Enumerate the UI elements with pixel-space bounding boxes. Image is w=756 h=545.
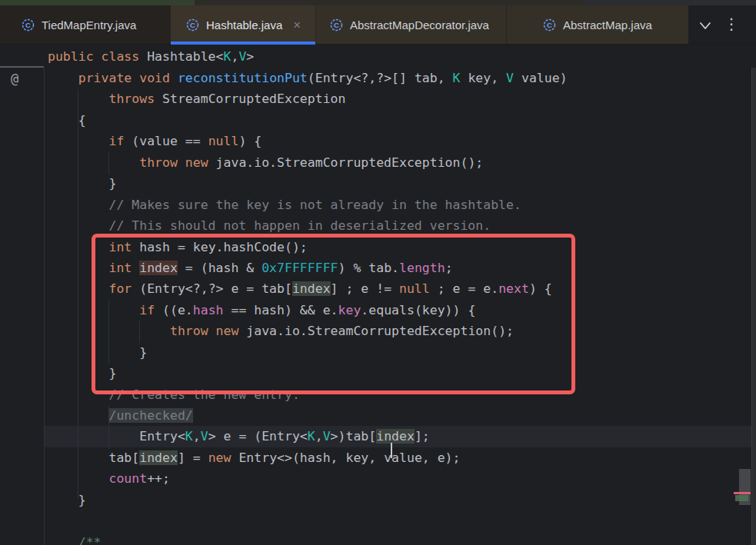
class-icon: C (186, 18, 199, 32)
annotation-red-box (92, 234, 575, 394)
code-token: Entry<>(hash, key, value, e); (231, 450, 460, 465)
indent-guide (108, 406, 109, 449)
code-token: } (78, 493, 86, 507)
tab-hashtable-java[interactable]: CHashtable.java× (171, 5, 315, 44)
code-token: reconstitutionPut (178, 71, 308, 85)
tab-abstractmap-java[interactable]: CAbstractMap.java (506, 5, 688, 44)
tab-options-kebab-icon[interactable]: ⋮ (724, 15, 739, 33)
code-token: // Makes sure the key is not already in … (108, 198, 521, 212)
code-token: (value == (124, 134, 208, 148)
code-token: java.io.StreamCorruptedException(); (208, 155, 484, 170)
code-token (170, 71, 178, 85)
svg-text:C: C (547, 21, 552, 29)
class-icon: C (330, 18, 343, 32)
code-token: /** (78, 535, 102, 545)
sticky-code-line[interactable]: public class Hashtable<K,V> (48, 46, 254, 67)
code-editor[interactable]: @ private void reconstitutionPut(Entry<?… (0, 68, 756, 545)
code-token: K (453, 71, 461, 85)
sticky-class-declaration[interactable]: public class Hashtable<K,V> (0, 45, 756, 68)
code-token: } (108, 176, 116, 191)
code-token: throws (108, 91, 155, 106)
tab-close-icon[interactable]: × (293, 18, 301, 32)
svg-text:C: C (190, 21, 195, 29)
code-token: ++; (147, 471, 170, 486)
code-token: , (231, 49, 238, 64)
code-token: // This should not happen in deserialize… (108, 218, 491, 233)
code-token: StreamCorruptedException (155, 91, 345, 106)
scrollbar-track[interactable] (751, 68, 756, 545)
window-top-strip-right (584, 0, 756, 5)
code-token: , (315, 429, 323, 444)
code-token: ] = (178, 450, 208, 465)
code-token: V (201, 429, 208, 444)
tab-tiedmapentry-java[interactable]: CTiedMapEntry.java (0, 5, 171, 44)
class-icon: C (543, 18, 556, 32)
code-token: Entry< (139, 429, 185, 444)
code-token: new (208, 450, 231, 465)
code-line[interactable]: if (value == null) { (45, 131, 751, 151)
code-token: , (193, 429, 201, 444)
code-line[interactable]: throw new java.io.StreamCorruptedExcepti… (45, 152, 751, 173)
code-token: key, (461, 71, 507, 85)
tab-abstractmapdecorator-java[interactable]: CAbstractMapDecorator.java (315, 5, 506, 44)
tab-label: TiedMapEntry.java (42, 18, 136, 32)
code-line[interactable]: } (45, 173, 751, 194)
code-token: private (78, 71, 132, 85)
code-token: > e = (Entry< (208, 429, 308, 444)
code-line[interactable]: tab[index] = new Entry<>(hash, key, valu… (45, 447, 751, 468)
code-token: K (185, 429, 193, 444)
error-stripe-pink-mark[interactable] (734, 492, 751, 494)
code-token: value) (514, 71, 568, 85)
code-line[interactable]: private void reconstitutionPut(Entry<?,?… (45, 68, 751, 88)
code-token: V (238, 49, 246, 64)
code-token: { (78, 113, 86, 128)
code-token: dex (391, 429, 415, 444)
code-token: > (246, 49, 254, 64)
code-token (94, 49, 102, 64)
code-token: index (139, 450, 178, 465)
code-token: class (102, 49, 140, 64)
code-line[interactable]: { (45, 110, 751, 131)
code-token: new (185, 155, 208, 170)
window-top-strip-mid (195, 0, 584, 5)
code-token: if (108, 134, 124, 148)
code-line[interactable]: } (45, 490, 751, 510)
code-token: tab[ (108, 450, 139, 465)
code-token: null (208, 134, 239, 148)
code-token: Hashtable< (139, 49, 223, 64)
code-token: ) { (238, 134, 261, 148)
svg-text:C: C (334, 21, 339, 29)
code-token: throw (139, 155, 178, 170)
tab-label: Hashtable.java (206, 18, 282, 32)
tab-label: AbstractMap.java (563, 18, 652, 32)
code-line[interactable]: count++; (45, 468, 751, 489)
code-token: void (139, 71, 170, 85)
code-token: K (308, 429, 315, 444)
code-token: in (376, 429, 391, 444)
indent-guide (78, 89, 78, 499)
code-token: V (506, 71, 514, 85)
show-hidden-tabs-chevron-icon[interactable] (694, 19, 716, 36)
code-token: (Entry<?,?>[] tab, (308, 71, 453, 85)
tab-label: AbstractMapDecorator.java (350, 18, 489, 32)
svg-text:C: C (25, 21, 31, 29)
code-token: ]; (415, 429, 430, 444)
code-token: V (323, 429, 331, 444)
code-token (132, 71, 139, 85)
code-token: public (48, 49, 94, 64)
code-line[interactable]: /unchecked/ (45, 405, 751, 426)
class-icon: C (22, 18, 35, 32)
error-stripe-green-mark[interactable] (735, 495, 748, 501)
code-token: K (224, 49, 231, 64)
code-token: /unchecked/ (108, 408, 192, 423)
code-token: count (108, 471, 147, 486)
code-line[interactable]: /** (45, 532, 751, 545)
code-line[interactable]: throws StreamCorruptedException (45, 88, 751, 109)
code-line[interactable] (45, 510, 751, 531)
window-top-strip-green (0, 0, 195, 5)
editor-tab-bar: CTiedMapEntry.javaCHashtable.java×CAbstr… (0, 5, 756, 45)
code-token (178, 155, 185, 170)
code-line[interactable]: Entry<K,V> e = (Entry<K,V>)tab[index]; (45, 426, 751, 447)
code-line[interactable]: // Makes sure the key is not already in … (45, 194, 751, 215)
code-token: >)tab[ (331, 429, 377, 444)
